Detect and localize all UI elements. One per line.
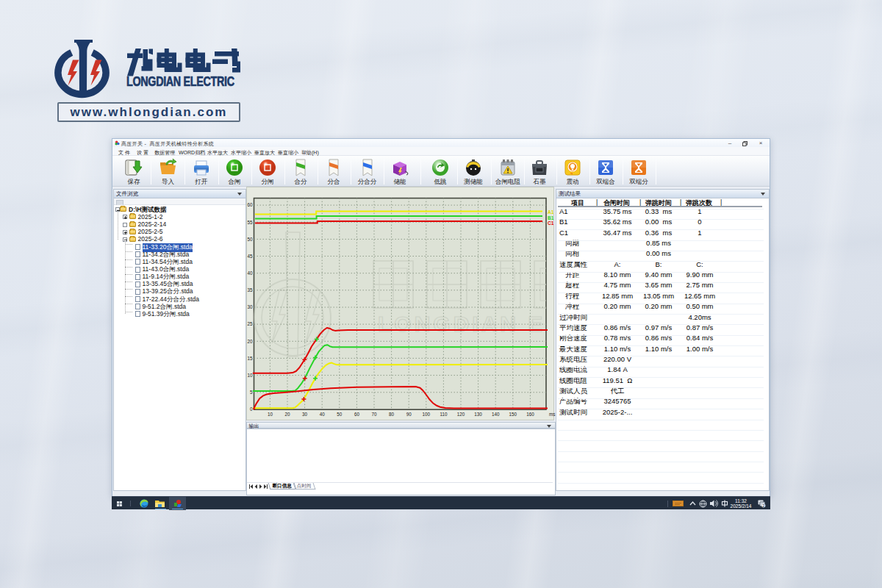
svg-text:50: 50 — [247, 237, 253, 242]
svg-text:20: 20 — [284, 412, 290, 417]
svg-text:45: 45 — [247, 254, 253, 259]
svg-text:C1: C1 — [548, 220, 554, 226]
svg-text:80: 80 — [389, 412, 395, 417]
svg-text:70: 70 — [371, 412, 377, 417]
svg-text:40: 40 — [247, 270, 253, 276]
svg-text:35: 35 — [247, 287, 253, 293]
svg-text:ms: ms — [549, 412, 555, 417]
svg-text:2: 2 — [762, 503, 764, 507]
svg-text:10: 10 — [267, 412, 273, 417]
svg-text:10: 10 — [247, 373, 253, 378]
svg-text:60: 60 — [354, 412, 359, 417]
svg-text:90: 90 — [406, 412, 412, 417]
svg-text:110: 110 — [440, 412, 448, 417]
svg-text:150: 150 — [509, 412, 517, 417]
svg-text:LONGDIAN ELEC: LONGDIAN ELEC — [378, 312, 558, 336]
svg-text:25: 25 — [247, 321, 253, 326]
svg-text:100: 100 — [422, 412, 430, 417]
svg-text:30: 30 — [302, 412, 308, 417]
svg-text:0: 0 — [249, 406, 252, 412]
svg-text:140: 140 — [491, 412, 499, 417]
svg-text:20: 20 — [247, 339, 253, 344]
svg-text:30: 30 — [247, 304, 253, 309]
svg-text:B1: B1 — [548, 215, 554, 220]
svg-text:A1: A1 — [548, 209, 554, 215]
svg-text:55: 55 — [247, 220, 253, 225]
svg-text:160: 160 — [526, 412, 534, 417]
svg-text:120: 120 — [456, 412, 465, 417]
svg-text:50: 50 — [337, 412, 343, 417]
svg-text:40: 40 — [319, 412, 325, 417]
svg-text:15: 15 — [247, 356, 253, 361]
svg-text:130: 130 — [474, 412, 482, 417]
svg-text:60: 60 — [247, 202, 253, 207]
svg-text:5: 5 — [249, 390, 252, 395]
